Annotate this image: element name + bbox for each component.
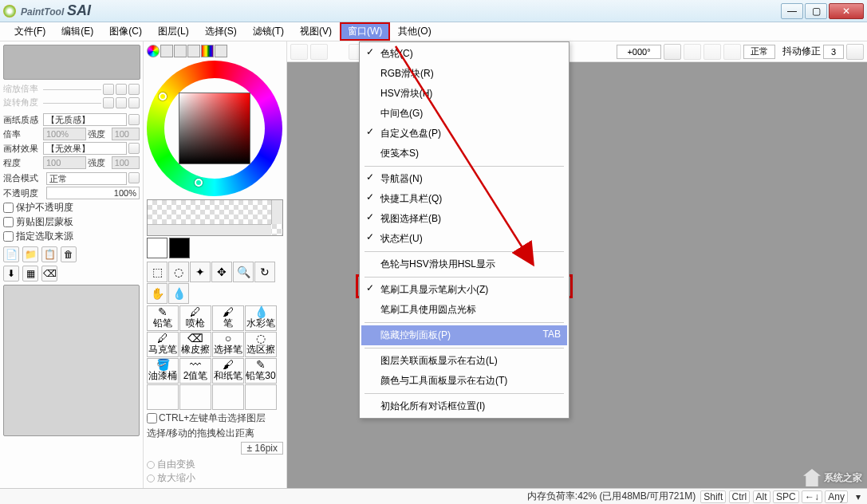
wand-tool[interactable]: ✦ — [190, 262, 211, 282]
menu-item-5[interactable]: 滤镜(T) — [245, 22, 292, 41]
new-folder-button[interactable]: 📁 — [22, 246, 38, 262]
menu-option-0[interactable]: 色轮(C) — [361, 44, 567, 64]
blend-dropdown-icon[interactable] — [128, 172, 140, 183]
rotate-tool[interactable]: ↻ — [254, 262, 275, 282]
menu-item-8[interactable]: 其他(O) — [390, 22, 439, 41]
menu-option-19[interactable]: 图层关联面板显示在右边(L) — [361, 351, 567, 371]
menu-option-2[interactable]: HSV滑块(H) — [361, 84, 567, 104]
menu-option-8[interactable]: 快捷工具栏(Q) — [361, 189, 567, 209]
minimize-button[interactable]: — — [781, 3, 803, 19]
layer-list[interactable] — [3, 285, 140, 436]
rotate-cw-button[interactable] — [703, 44, 721, 60]
strength-value[interactable]: 100 — [112, 128, 140, 140]
menu-option-15[interactable]: 笔刷工具使用圆点光标 — [361, 300, 567, 320]
menu-option-14[interactable]: 笔刷工具显示笔刷大小(Z) — [361, 280, 567, 300]
zoom-slider[interactable] — [43, 85, 101, 94]
material-effect-select[interactable]: 【无效果】 — [43, 142, 127, 155]
eyedropper-tool[interactable]: 💧 — [168, 283, 189, 304]
magnification-value[interactable]: 100% — [43, 128, 86, 140]
menu-option-17[interactable]: 隐藏控制面板(P)TAB — [361, 325, 567, 345]
brush-喷枪[interactable]: 🖊喷枪 — [179, 305, 211, 331]
hand-tool[interactable]: ✋ — [147, 283, 167, 304]
move-tool[interactable]: ✥ — [211, 262, 232, 282]
brush-empty-15[interactable] — [245, 384, 277, 410]
brush-橡皮擦[interactable]: ⌫橡皮擦 — [179, 332, 211, 357]
brush-empty-13[interactable] — [179, 384, 211, 410]
angle-reset-button[interactable] — [128, 97, 140, 108]
background-swatch[interactable] — [169, 238, 190, 258]
menu-option-4[interactable]: 自定义色盘(P) — [361, 124, 567, 144]
brush-铅笔[interactable]: ✎铅笔 — [147, 305, 179, 331]
zoom-tool[interactable]: 🔍 — [233, 262, 254, 282]
free-transform-radio[interactable] — [147, 461, 155, 469]
angle-down-button[interactable] — [664, 44, 681, 60]
menu-item-3[interactable]: 图层(L) — [150, 22, 197, 41]
rgb-mode-button[interactable] — [160, 45, 173, 57]
selection-tool[interactable]: ⬚ — [147, 262, 167, 282]
brush-empty-12[interactable] — [147, 384, 179, 410]
menu-item-1[interactable]: 编辑(E) — [53, 22, 101, 41]
menu-option-3[interactable]: 中间色(G) — [361, 104, 567, 124]
color-wheel-mode-button[interactable] — [147, 45, 160, 57]
menu-option-20[interactable]: 颜色与工具面板显示在右边(T) — [361, 371, 567, 391]
brush-水彩笔[interactable]: 💧水彩笔 — [245, 305, 277, 331]
canvas-angle-field[interactable]: +000° — [617, 45, 661, 59]
menu-item-6[interactable]: 视图(V) — [292, 22, 340, 41]
brush-和纸笔[interactable]: 🖌和纸笔 — [212, 358, 244, 384]
merge-down-button[interactable]: ⬇ — [3, 266, 19, 282]
selection-source-checkbox[interactable] — [3, 231, 14, 242]
menu-option-9[interactable]: 视图选择栏(B) — [361, 209, 567, 229]
stabilizer-value[interactable]: 3 — [823, 45, 844, 59]
angle-slider[interactable] — [43, 98, 101, 108]
scratch-mode-button[interactable] — [215, 45, 227, 57]
gray-mode-button[interactable] — [187, 45, 200, 57]
delete-layer-button[interactable]: 🗑 — [61, 246, 77, 262]
rotate-ccw-button[interactable] — [684, 44, 701, 60]
paper-texture-dropdown-icon[interactable] — [128, 114, 140, 125]
menu-item-2[interactable]: 图像(C) — [101, 22, 150, 41]
brush-2值笔[interactable]: 〰2值笔 — [179, 358, 211, 384]
lasso-tool[interactable]: ◌ — [168, 262, 189, 282]
drag-detect-value[interactable]: ± 16pix — [241, 442, 283, 455]
angle-minus-button[interactable] — [103, 97, 114, 108]
palette-mode-button[interactable] — [201, 45, 214, 57]
brush-铅笔30[interactable]: ✎铅笔30 — [245, 358, 277, 384]
zoom-reset-button[interactable] — [128, 84, 140, 95]
protect-alpha-checkbox[interactable] — [3, 203, 14, 213]
flip-h-button[interactable] — [723, 44, 741, 60]
saturation-value-box[interactable] — [179, 93, 250, 164]
paper-texture-select[interactable]: 【无质感】 — [43, 113, 127, 126]
maximize-button[interactable]: ▢ — [805, 3, 827, 19]
brush-选区擦[interactable]: ◌选区擦 — [245, 332, 277, 357]
zoom-minus-button[interactable] — [103, 84, 114, 95]
navigator-preview[interactable] — [147, 199, 283, 236]
brush-笔[interactable]: 🖌笔 — [212, 305, 244, 331]
clipping-mask-checkbox[interactable] — [3, 217, 14, 227]
hue-marker-icon[interactable] — [159, 93, 167, 100]
brush-选择笔[interactable]: ○选择笔 — [212, 332, 244, 357]
canvas-mode-field[interactable]: 正常 — [743, 45, 775, 59]
opacity-value[interactable]: 100% — [46, 187, 140, 199]
zoom-plus-button[interactable] — [116, 84, 127, 95]
menu-option-1[interactable]: RGB滑块(R) — [361, 64, 567, 84]
undo-button[interactable] — [290, 44, 308, 60]
nav-scroll-vertical[interactable] — [271, 200, 282, 224]
strength2-value[interactable]: 100 — [112, 156, 140, 169]
brush-empty-14[interactable] — [212, 384, 244, 410]
brush-马克笔[interactable]: 🖊马克笔 — [147, 332, 179, 357]
flatten-button[interactable]: ▦ — [22, 266, 38, 282]
menu-option-7[interactable]: 导航器(N) — [361, 169, 567, 189]
brush-油漆桶[interactable]: 🪣油漆桶 — [147, 358, 179, 384]
menu-option-22[interactable]: 初始化所有对话框位置(I) — [361, 396, 567, 416]
color-wheel[interactable] — [147, 61, 282, 196]
angle-plus-button[interactable] — [116, 97, 127, 108]
scale-radio[interactable] — [147, 474, 155, 482]
menu-option-5[interactable]: 便笺本S) — [361, 144, 567, 163]
foreground-swatch[interactable] — [147, 238, 167, 258]
menu-option-10[interactable]: 状态栏(U) — [361, 229, 567, 249]
degree-value[interactable]: 100 — [43, 156, 86, 169]
nav-scroll-horizontal[interactable] — [148, 224, 271, 235]
clear-layer-button[interactable]: ⌫ — [41, 266, 57, 282]
copy-layer-button[interactable]: 📋 — [41, 246, 57, 262]
hue-marker2-icon[interactable] — [195, 179, 203, 187]
